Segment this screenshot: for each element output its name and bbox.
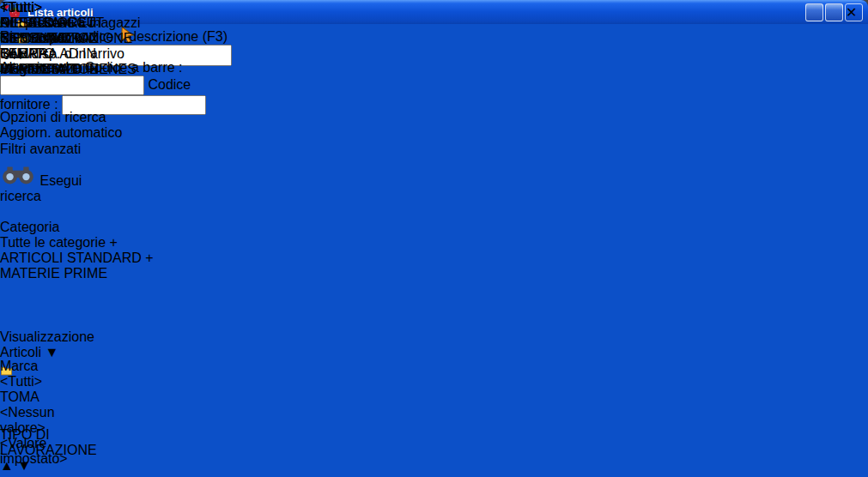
list-item[interactable]: CEMENTAZION xyxy=(0,31,855,46)
list-item[interactable]: <Tutti> xyxy=(0,0,855,15)
window-content: Lista articoli Ricerca per codice o desc… xyxy=(0,0,868,477)
list-item[interactable]: CEMENTAZION xyxy=(0,62,855,77)
app-window: Lista articoli ✕ Lista articoli xyxy=(0,0,868,477)
list-item[interactable]: NESSUNO xyxy=(0,15,855,31)
list-item[interactable]: TEMPRA AD IN xyxy=(0,46,855,62)
